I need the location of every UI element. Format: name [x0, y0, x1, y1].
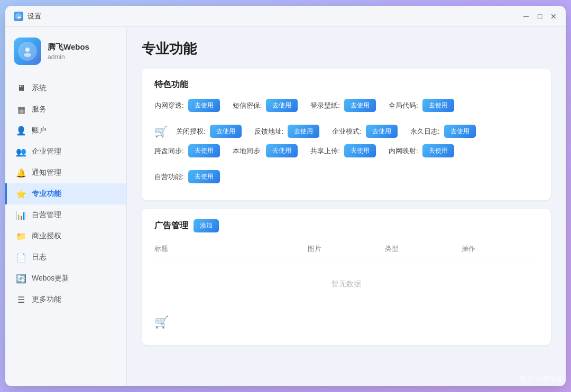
feature-section-title: 特色功能 — [154, 79, 538, 90]
feature-label-8: 跨盘同步: — [154, 146, 184, 156]
pro-icon: ⭐ — [16, 189, 26, 199]
sidebar-item-pro[interactable]: ⭐ 专业功能 — [5, 183, 126, 204]
app-icon: ☁ — [14, 12, 23, 21]
sidebar-item-label: 专业功能 — [32, 189, 61, 199]
feature-item-9: 本地同步: 去使用 — [233, 144, 298, 157]
col-type: 类型 — [385, 244, 462, 254]
feature-btn-7[interactable]: 去使用 — [444, 125, 476, 138]
feature-btn-12[interactable]: 去使用 — [188, 170, 220, 183]
ad-section-title: 广告管理 — [154, 220, 188, 231]
feature-item-7: 永久日志: 去使用 — [410, 125, 476, 138]
feature-item-12: 自营功能: 去使用 — [154, 170, 220, 183]
feature-item-11: 内网映射: 去使用 — [389, 144, 454, 157]
feature-label-3: 全局代码: — [389, 101, 418, 110]
feature-btn-2[interactable]: 去使用 — [344, 99, 376, 112]
feature-btn-10[interactable]: 去使用 — [344, 144, 376, 157]
feature-btn-9[interactable]: 去使用 — [266, 144, 298, 157]
col-image: 图片 — [308, 244, 384, 254]
feature-item-10: 共享上传: 去使用 — [310, 144, 376, 157]
feature-label-2: 登录壁纸: — [310, 101, 340, 110]
feature-btn-0[interactable]: 去使用 — [188, 99, 220, 112]
feature-btn-1[interactable]: 去使用 — [266, 99, 298, 112]
user-role: admin — [48, 53, 89, 61]
account-icon: 👤 — [16, 125, 26, 136]
main-content: 腾飞Webos admin 🖥 系统 ▦ 服务 👤 账户 👥 企业管理 — [5, 27, 566, 386]
window-title: 设置 — [27, 12, 522, 21]
feature-btn-3[interactable]: 去使用 — [422, 99, 454, 112]
sidebar-item-enterprise[interactable]: 👥 企业管理 — [5, 141, 126, 162]
sidebar-item-license[interactable]: 📁 商业授权 — [5, 226, 126, 247]
sidebar-item-label: 自营管理 — [32, 210, 61, 220]
log-icon: 📄 — [16, 252, 26, 263]
table-header: 标题 图片 类型 操作 — [154, 240, 538, 258]
sidebar-item-label: 系统 — [32, 83, 47, 93]
feature-item-2: 登录壁纸: 去使用 — [310, 99, 376, 112]
sidebar-item-more[interactable]: ☰ 更多功能 — [5, 289, 126, 310]
feature-label-11: 内网映射: — [389, 146, 418, 156]
svg-text:☁: ☁ — [17, 14, 21, 19]
page-title: 专业功能 — [142, 40, 551, 58]
feature-label-1: 短信密保: — [233, 101, 262, 110]
sidebar-item-log[interactable]: 📄 日志 — [5, 247, 126, 268]
col-action: 操作 — [462, 244, 538, 254]
maximize-button[interactable]: □ — [536, 13, 544, 20]
license-icon: 📁 — [16, 231, 26, 241]
svg-point-2 — [25, 48, 30, 52]
user-info: 腾飞Webos admin — [5, 33, 126, 73]
ad-cart-placeholder: 🛒 — [154, 300, 538, 334]
feature-row-2: 关闭授权: 去使用 反馈地址: 去使用 企业模式: 去使用 — [176, 125, 538, 138]
col-title: 标题 — [154, 244, 308, 254]
watermark: 值 什么值得买 — [519, 374, 563, 384]
content-area: 专业功能 特色功能 内网穿透: 去使用 短信密保: — [127, 27, 566, 386]
sidebar-item-label: 服务 — [32, 105, 47, 114]
sidebar-item-label: 日志 — [32, 253, 47, 262]
feature-item-1: 短信密保: 去使用 — [233, 99, 298, 112]
feature-item-4: 关闭授权: 去使用 — [176, 125, 242, 138]
sidebar-item-label: 账户 — [32, 126, 47, 135]
sidebar-item-service[interactable]: ▦ 服务 — [5, 99, 126, 120]
feature-item-6: 企业模式: 去使用 — [332, 125, 398, 138]
feature-item-5: 反馈地址: 去使用 — [254, 125, 320, 138]
feature-row-4: 自营功能: 去使用 — [154, 170, 538, 183]
sidebar-item-notify[interactable]: 🔔 通知管理 — [5, 162, 126, 183]
table-empty: 暂无数据 — [154, 258, 538, 300]
webosupdate-icon: 🔄 — [16, 273, 26, 284]
sidebar-item-label: Webos更新 — [32, 274, 69, 283]
feature-btn-8[interactable]: 去使用 — [188, 144, 220, 157]
sidebar-item-selfmanage[interactable]: 📊 自营管理 — [5, 204, 126, 226]
cart-icon-ad: 🛒 — [154, 315, 169, 329]
feature-btn-4[interactable]: 去使用 — [210, 125, 242, 138]
close-button[interactable]: ✕ — [550, 13, 557, 20]
feature-label-10: 共享上传: — [310, 146, 340, 156]
feature-label-4: 关闭授权: — [176, 127, 206, 136]
sidebar-item-account[interactable]: 👤 账户 — [5, 120, 126, 141]
add-ad-button[interactable]: 添加 — [194, 219, 219, 232]
feature-item-0: 内网穿透: 去使用 — [154, 99, 220, 112]
feature-card: 特色功能 内网穿透: 去使用 短信密保: 去使用 — [142, 69, 551, 200]
svg-point-3 — [24, 53, 31, 57]
feature-row-1: 内网穿透: 去使用 短信密保: 去使用 登录壁纸: 去使用 — [154, 99, 538, 112]
titlebar: ☁ 设置 ─ □ ✕ — [5, 6, 566, 27]
feature-label-5: 反馈地址: — [254, 127, 284, 136]
feature-btn-6[interactable]: 去使用 — [366, 125, 398, 138]
service-icon: ▦ — [16, 104, 26, 115]
feature-btn-5[interactable]: 去使用 — [288, 125, 319, 138]
sidebar-item-label: 更多功能 — [32, 295, 61, 304]
minimize-button[interactable]: ─ — [522, 13, 530, 20]
user-name: 腾飞Webos — [48, 42, 89, 52]
ad-card: 广告管理 添加 标题 图片 类型 操作 暂无数据 🛒 — [142, 209, 551, 345]
avatar — [14, 38, 41, 65]
sidebar: 腾飞Webos admin 🖥 系统 ▦ 服务 👤 账户 👥 企业管理 — [5, 27, 127, 386]
feature-item-8: 跨盘同步: 去使用 — [154, 144, 220, 157]
sidebar-item-system[interactable]: 🖥 系统 — [5, 78, 126, 99]
cart-icon-row2: 🛒 — [154, 125, 168, 138]
sidebar-item-label: 通知管理 — [32, 168, 61, 178]
sidebar-item-webosupdate[interactable]: 🔄 Webos更新 — [5, 268, 126, 289]
system-icon: 🖥 — [16, 83, 26, 94]
feature-btn-11[interactable]: 去使用 — [422, 144, 454, 157]
feature-row-3: 跨盘同步: 去使用 本地同步: 去使用 共享上传: 去使用 — [154, 144, 538, 157]
feature-item-3: 全局代码: 去使用 — [389, 99, 454, 112]
enterprise-icon: 👥 — [16, 146, 26, 157]
app-window: ☁ 设置 ─ □ ✕ 腾飞Webo — [5, 6, 566, 386]
feature-label-12: 自营功能: — [154, 172, 184, 182]
